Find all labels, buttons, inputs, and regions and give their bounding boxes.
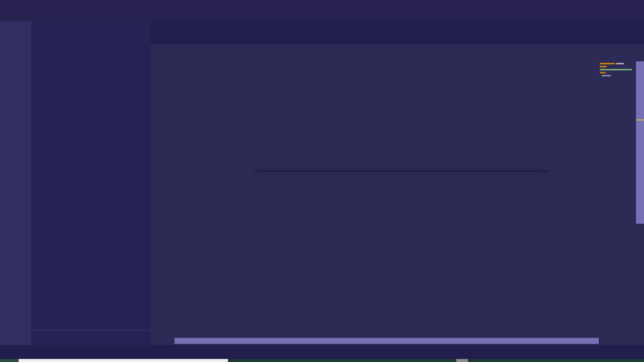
vertical-scrollbar[interactable] bbox=[636, 61, 644, 224]
progress-strip-buffer bbox=[456, 359, 468, 362]
horizontal-scrollbar[interactable] bbox=[175, 338, 599, 344]
progress-strip-cap bbox=[0, 359, 19, 362]
activity-bar bbox=[0, 21, 31, 345]
explorer-sidebar bbox=[31, 21, 151, 345]
editor-actions bbox=[636, 21, 644, 44]
overview-ruler-marker bbox=[636, 119, 644, 121]
status-bar bbox=[0, 345, 644, 359]
autocomplete-popup bbox=[255, 170, 548, 171]
breadcrumb[interactable] bbox=[151, 44, 644, 61]
progress-strip-filled bbox=[19, 359, 228, 362]
minimap[interactable] bbox=[599, 61, 636, 345]
editor-area bbox=[151, 21, 644, 345]
outline-section-header[interactable] bbox=[31, 330, 151, 344]
bottom-progress-strip bbox=[0, 359, 644, 362]
titlebar bbox=[0, 0, 644, 21]
tab-bar bbox=[151, 21, 644, 44]
code-editor[interactable] bbox=[151, 61, 644, 345]
sidebar-title bbox=[31, 21, 151, 43]
